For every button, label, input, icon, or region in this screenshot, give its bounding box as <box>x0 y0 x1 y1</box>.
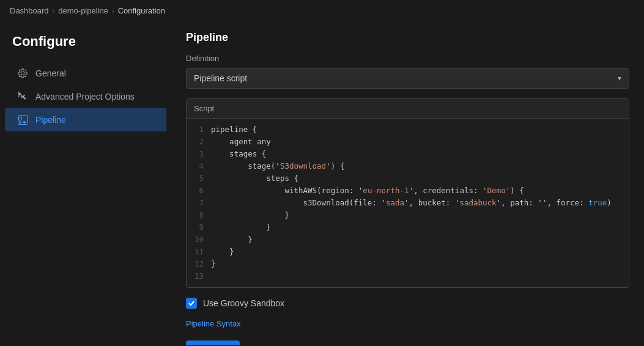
pipeline-syntax-link[interactable]: Pipeline Syntax <box>186 319 241 328</box>
script-header: Script <box>187 99 629 119</box>
pipeline-icon <box>17 114 28 125</box>
code-line: 12} <box>187 258 629 270</box>
gear-icon <box>17 68 28 79</box>
sidebar-item-pipeline-label: Pipeline <box>35 115 66 125</box>
apply-button[interactable]: Apply <box>250 340 291 345</box>
code-line: 2 agent any <box>187 136 629 148</box>
groovy-sandbox-label: Use Groovy Sandbox <box>203 298 284 308</box>
sidebar-item-general-label: General <box>35 68 66 78</box>
code-line: 3 stages { <box>187 148 629 160</box>
breadcrumb-sep-1: › <box>53 7 55 15</box>
groovy-sandbox-row: Use Groovy Sandbox <box>186 298 629 309</box>
code-line: 13 <box>187 270 629 282</box>
sidebar: Configure General Advanced Project Optio… <box>0 21 171 345</box>
code-line: 1pipeline { <box>187 123 629 136</box>
wrench-icon <box>17 91 28 102</box>
sidebar-item-advanced-label: Advanced Project Options <box>35 92 135 101</box>
definition-dropdown[interactable]: Pipeline script ▾ <box>186 68 629 89</box>
code-line: 6 withAWS(region: 'eu-north-1', credenti… <box>187 185 629 197</box>
code-line: 5 steps { <box>187 172 629 185</box>
code-line: 10 } <box>187 234 629 246</box>
script-section: Script 1pipeline {2 agent any3 stages {4… <box>186 98 629 288</box>
action-buttons: Save Apply <box>186 340 629 345</box>
breadcrumb: Dashboard › demo-pipeline › Configuratio… <box>0 0 644 21</box>
use-groovy-sandbox-checkbox[interactable] <box>186 298 197 309</box>
save-button[interactable]: Save <box>186 340 240 345</box>
code-editor[interactable]: 1pipeline {2 agent any3 stages {4 stage(… <box>187 119 629 287</box>
code-line: 7 s3Download(file: 'sada', bucket: 'sada… <box>187 197 629 209</box>
breadcrumb-configuration: Configuration <box>118 6 165 15</box>
definition-label: Definition <box>186 54 629 63</box>
code-line: 11 } <box>187 246 629 258</box>
code-line: 4 stage('S3download') { <box>187 160 629 172</box>
main-content: Pipeline Definition Pipeline script ▾ Sc… <box>171 21 644 345</box>
section-title: Pipeline <box>186 31 629 44</box>
code-line: 8 } <box>187 209 629 221</box>
breadcrumb-sep-2: › <box>112 7 114 15</box>
sidebar-item-pipeline[interactable]: Pipeline <box>5 108 166 131</box>
sidebar-item-general[interactable]: General <box>5 62 166 85</box>
breadcrumb-dashboard[interactable]: Dashboard <box>10 6 49 15</box>
sidebar-item-advanced[interactable]: Advanced Project Options <box>5 85 166 108</box>
sidebar-title: Configure <box>0 31 171 62</box>
breadcrumb-pipeline[interactable]: demo-pipeline <box>58 6 108 15</box>
code-line: 9 } <box>187 221 629 234</box>
dropdown-value: Pipeline script <box>194 73 247 83</box>
chevron-down-icon: ▾ <box>618 74 621 83</box>
